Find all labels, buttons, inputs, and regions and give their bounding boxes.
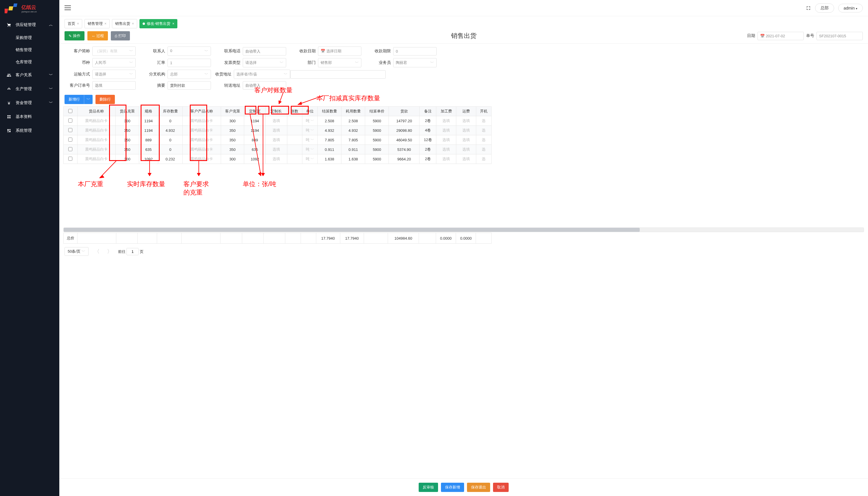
rate-input[interactable] xyxy=(167,59,211,67)
add-row-dropdown[interactable]: ﹀ xyxy=(84,95,93,104)
goto-page-input[interactable] xyxy=(126,248,139,255)
page-size-select[interactable]: 50条/页 ﹀ xyxy=(64,247,89,256)
cell-sheets[interactable] xyxy=(287,145,302,154)
tab-sales-mgmt[interactable]: 销售管理× xyxy=(85,19,110,28)
cell-price[interactable]: 5900 xyxy=(365,135,389,145)
cell-cust_gw[interactable]: 350 xyxy=(221,145,244,154)
currency-select[interactable]: 人民币﹀ xyxy=(92,58,136,67)
cell-cust_name[interactable]: 晨鸣丽品白卡 xyxy=(183,145,221,154)
cell-note[interactable]: 2卷 xyxy=(420,154,436,164)
cell-km[interactable]: 选 xyxy=(476,154,491,164)
cell-cust_name[interactable]: 晨鸣丽品白卡 xyxy=(183,116,221,126)
table-row[interactable]: 晨鸣丽品白卡30010920.232晨鸣丽品白卡3001092选填吨 ﹀1.63… xyxy=(64,154,492,164)
close-icon[interactable]: × xyxy=(172,22,174,26)
cell-proc[interactable]: 选填 xyxy=(436,154,456,164)
cell-price[interactable]: 5900 xyxy=(365,126,389,135)
menu-system[interactable]: 系统管理 xyxy=(0,124,59,138)
tab-edit-sales-ship[interactable]: 修改-销售出货× xyxy=(139,19,177,28)
cell-price[interactable]: 5900 xyxy=(365,116,389,126)
cell-cust_gw[interactable]: 300 xyxy=(221,154,244,164)
invoice-type-select[interactable]: 请选择﹀ xyxy=(243,58,286,67)
cell-km[interactable]: 选 xyxy=(476,126,491,135)
receive-date-input[interactable]: 📅 选择日期 xyxy=(318,47,361,56)
cell-amt[interactable]: 9664.20 xyxy=(389,154,420,164)
row-checkbox[interactable] xyxy=(68,147,72,151)
cell-note[interactable]: 12卷 xyxy=(420,135,436,145)
cell-cust_gw[interactable]: 350 xyxy=(221,126,244,135)
submenu-warehouse[interactable]: 仓库管理 xyxy=(0,56,59,68)
close-icon[interactable]: × xyxy=(104,22,106,26)
cell-proc[interactable]: 选填 xyxy=(436,145,456,154)
phone-input[interactable] xyxy=(243,47,286,56)
cell-name[interactable]: 晨鸣丽品白卡 xyxy=(77,116,116,126)
date-input[interactable]: 📅 2021-07-02 xyxy=(758,32,804,40)
cell-gw[interactable]: 300 xyxy=(116,116,139,126)
cell-note[interactable]: 2卷 xyxy=(420,116,436,126)
cell-gw[interactable]: 350 xyxy=(116,126,139,135)
cell-amt[interactable]: 14797.20 xyxy=(389,116,420,126)
cell-name[interactable]: 晨鸣丽品白卡 xyxy=(77,126,116,135)
save-new-button[interactable]: 保存新增 xyxy=(441,483,464,492)
cell-spec[interactable]: 635 xyxy=(139,145,158,154)
submenu-purchase[interactable]: 采购管理 xyxy=(0,32,59,44)
address-detail-input[interactable] xyxy=(290,70,386,79)
cell-price[interactable]: 5900 xyxy=(365,145,389,154)
cell-stock[interactable]: 0 xyxy=(158,116,183,126)
cell-spec[interactable]: 1194 xyxy=(139,116,158,126)
cell-unit[interactable]: 吨 ﹀ xyxy=(302,116,318,126)
process-button[interactable]: ↔过程 xyxy=(87,31,108,41)
cell-qty[interactable]: 7.805 xyxy=(318,135,341,145)
cell-stock[interactable]: 0 xyxy=(158,135,183,145)
cell-gw[interactable]: 350 xyxy=(116,135,139,145)
cell-km[interactable]: 选 xyxy=(476,116,491,126)
cell-name[interactable]: 晨鸣丽品白卡 xyxy=(77,135,116,145)
cell-qty[interactable]: 0.911 xyxy=(318,145,341,154)
cell-used[interactable]: 0.911 xyxy=(341,145,365,154)
menu-customer[interactable]: 客户关系 ﹀ xyxy=(0,68,59,82)
cell-ship[interactable]: 选填 xyxy=(456,126,476,135)
cell-unit[interactable]: 吨 ﹀ xyxy=(302,126,318,135)
row-checkbox[interactable] xyxy=(68,119,72,123)
cell-price[interactable]: 5900 xyxy=(365,154,389,164)
cell-stock[interactable]: 4.932 xyxy=(158,126,183,135)
branch-select[interactable]: 总部﹀ xyxy=(167,69,211,79)
row-checkbox[interactable] xyxy=(68,157,72,161)
cell-ship[interactable]: 选填 xyxy=(456,145,476,154)
cell-sheets[interactable] xyxy=(287,116,302,126)
cell-note[interactable]: 2卷 xyxy=(420,145,436,154)
cell-note[interactable]: 4卷 xyxy=(420,126,436,135)
cell-qty[interactable]: 1.638 xyxy=(318,154,341,164)
cell-ship[interactable]: 选填 xyxy=(456,116,476,126)
cell-amt[interactable]: 46049.50 xyxy=(389,135,420,145)
cell-proc[interactable]: 选填 xyxy=(436,135,456,145)
menu-finance[interactable]: ¥ 资金管理 ﹀ xyxy=(0,96,59,110)
cell-unit[interactable]: 吨 ﹀ xyxy=(302,145,318,154)
cell-sheets[interactable] xyxy=(287,135,302,145)
cell-sheets[interactable] xyxy=(287,126,302,135)
cell-spec[interactable]: 889 xyxy=(139,135,158,145)
menu-production[interactable]: 生产管理 ﹀ xyxy=(0,82,59,96)
cell-name[interactable]: 晨鸣丽品白卡 xyxy=(77,145,116,154)
cell-proc[interactable]: 选填 xyxy=(436,126,456,135)
cell-amt[interactable]: 29098.80 xyxy=(389,126,420,135)
fwd-address-input[interactable] xyxy=(243,81,286,90)
cell-qty[interactable]: 2.508 xyxy=(318,116,341,126)
operate-button[interactable]: ✎操作 xyxy=(64,31,85,41)
menu-toggle-icon[interactable] xyxy=(64,5,71,11)
cell-stock[interactable]: 0.232 xyxy=(158,154,183,164)
tab-home[interactable]: 首页× xyxy=(64,19,82,28)
cell-used[interactable]: 2.508 xyxy=(341,116,365,126)
row-checkbox[interactable] xyxy=(68,128,72,132)
close-icon[interactable]: × xyxy=(77,22,79,26)
user-menu[interactable]: admin▾ xyxy=(838,4,863,12)
prev-page-button[interactable]: 〈 xyxy=(93,248,101,255)
customer-select[interactable]: （深圳）有限﹀ xyxy=(92,47,136,56)
cell-ship[interactable]: 选填 xyxy=(456,154,476,164)
close-icon[interactable]: × xyxy=(132,22,134,26)
cancel-button[interactable]: 取消 xyxy=(493,483,509,492)
delete-row-button[interactable]: 删除行 xyxy=(95,95,115,104)
cell-unit[interactable]: 吨 ﹀ xyxy=(302,135,318,145)
cell-amt[interactable]: 5374.90 xyxy=(389,145,420,154)
cell-cust_gw[interactable]: 300 xyxy=(221,116,244,126)
cell-used[interactable]: 1.638 xyxy=(341,154,365,164)
